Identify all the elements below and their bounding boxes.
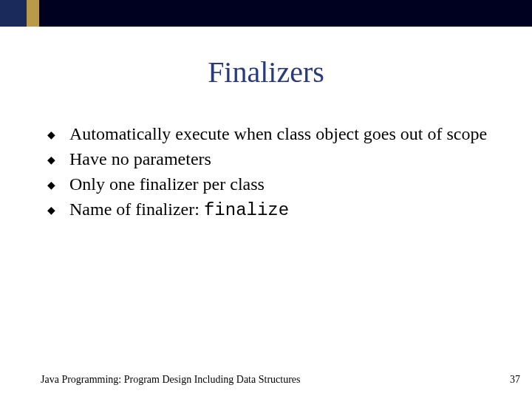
diamond-icon: ◆ — [47, 123, 69, 146]
list-item: ◆ Automatically execute when class objec… — [47, 123, 491, 146]
list-item: ◆ Have no parameters — [47, 148, 491, 171]
diamond-icon: ◆ — [47, 198, 69, 222]
bar-segment-gold — [27, 0, 39, 27]
slide-title: Finalizers — [0, 55, 532, 89]
list-item: ◆ Name of finalizer: finalize — [47, 198, 491, 222]
diamond-icon: ◆ — [47, 173, 69, 197]
bullet-text: Name of finalizer: finalize — [69, 198, 289, 222]
bar-segment-navy — [0, 0, 27, 27]
bullet-text: Only one finalizer per class — [69, 173, 265, 195]
bullet-text: Automatically execute when class object … — [69, 123, 487, 145]
bullet-text: Have no parameters — [69, 148, 211, 170]
top-bar — [0, 0, 532, 27]
page-number: 37 — [510, 374, 520, 386]
list-item: ◆ Only one finalizer per class — [47, 173, 491, 197]
bar-segment-dark — [39, 0, 532, 27]
footer-text: Java Programming: Program Design Includi… — [41, 374, 300, 386]
bullet-code: finalize — [204, 200, 289, 220]
bullet-list: ◆ Automatically execute when class objec… — [47, 123, 491, 223]
bullet-prefix: Name of finalizer: — [69, 200, 204, 219]
diamond-icon: ◆ — [47, 148, 69, 171]
